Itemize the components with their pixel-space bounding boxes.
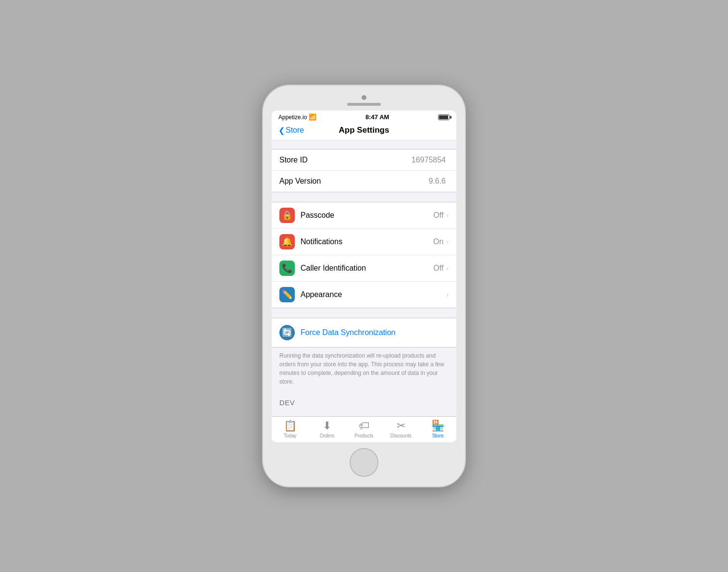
dev-section-header: DEV	[272, 396, 456, 408]
caller-id-value: Off	[433, 264, 443, 273]
store-icon: 🏪	[431, 420, 444, 432]
notifications-label: Notifications	[301, 237, 433, 246]
orders-icon: ⬇	[323, 420, 331, 432]
store-id-row: Store ID 16975854	[272, 149, 456, 171]
status-bar: Appetize.io 📶 8:47 AM	[272, 111, 456, 122]
appearance-row[interactable]: ✏️ Appearance ›	[272, 282, 456, 308]
sync-description: Running the data synchronization will re…	[272, 348, 456, 386]
sync-row[interactable]: 🔄 Force Data Synchronization	[272, 318, 456, 348]
info-section: Store ID 16975854 App Version 9.6.6	[272, 149, 456, 192]
wifi-icon: 📶	[309, 113, 316, 121]
lock-icon: 🔒	[282, 210, 292, 221]
phone-icon: 📞	[282, 263, 292, 274]
passcode-row[interactable]: 🔒 Passcode Off ›	[272, 202, 456, 229]
products-label: Products	[354, 433, 373, 438]
notifications-chevron: ›	[446, 238, 449, 246]
store-id-value: 16975854	[412, 156, 446, 164]
today-label: Today	[284, 433, 297, 438]
notifications-icon-wrap: 🔔	[279, 234, 295, 249]
phone-screen: Appetize.io 📶 8:47 AM ❮ Store App Settin…	[272, 111, 456, 442]
back-label: Store	[286, 126, 304, 135]
today-icon: 📋	[284, 420, 297, 432]
products-icon: 🏷	[359, 420, 369, 432]
sync-icon-wrap: 🔄	[279, 325, 295, 340]
tab-store[interactable]: 🏪 Store	[419, 420, 456, 438]
front-camera	[362, 95, 366, 100]
tab-today[interactable]: 📋 Today	[272, 420, 309, 438]
sync-label: Force Data Synchronization	[301, 328, 395, 337]
bell-icon: 🔔	[282, 236, 292, 247]
status-time: 8:47 AM	[365, 113, 389, 121]
app-version-label: App Version	[279, 177, 428, 186]
status-right	[438, 114, 450, 120]
battery-icon	[438, 114, 450, 120]
notifications-value: On	[433, 237, 443, 246]
settings-section: 🔒 Passcode Off › 🔔 Notifications On ›	[272, 202, 456, 308]
caller-id-label: Caller Identification	[301, 264, 433, 273]
discounts-label: Discounts	[390, 433, 412, 438]
tab-bar: 📋 Today ⬇ Orders 🏷 Products ✂ Discounts …	[272, 416, 456, 442]
discounts-icon: ✂	[397, 420, 405, 432]
passcode-chevron: ›	[446, 211, 449, 219]
orders-label: Orders	[320, 433, 335, 438]
passcode-value: Off	[433, 211, 443, 220]
nav-bar: ❮ Store App Settings	[272, 122, 456, 140]
pen-icon: ✏️	[282, 289, 292, 300]
home-button[interactable]	[350, 448, 378, 477]
passcode-icon-wrap: 🔒	[279, 208, 295, 223]
caller-id-icon-wrap: 📞	[279, 261, 295, 276]
caller-id-chevron: ›	[446, 264, 449, 272]
appearance-label: Appearance	[301, 290, 443, 299]
phone-device: Appetize.io 📶 8:47 AM ❮ Store App Settin…	[263, 86, 465, 486]
appearance-chevron: ›	[446, 291, 449, 298]
caller-id-row[interactable]: 📞 Caller Identification Off ›	[272, 255, 456, 282]
page-title: App Settings	[339, 125, 389, 135]
phone-top-bar	[272, 95, 456, 106]
tab-discounts[interactable]: ✂ Discounts	[382, 420, 419, 438]
sync-section: 🔄 Force Data Synchronization Running the…	[272, 318, 456, 386]
back-button[interactable]: ❮ Store	[278, 126, 304, 135]
speaker	[347, 103, 381, 106]
settings-content: Store ID 16975854 App Version 9.6.6 🔒	[272, 140, 456, 416]
notifications-row[interactable]: 🔔 Notifications On ›	[272, 229, 456, 255]
info-group: Store ID 16975854 App Version 9.6.6	[272, 149, 456, 192]
settings-group: 🔒 Passcode Off › 🔔 Notifications On ›	[272, 202, 456, 308]
appearance-icon-wrap: ✏️	[279, 287, 295, 302]
sync-icon: 🔄	[282, 327, 292, 338]
tab-orders[interactable]: ⬇ Orders	[309, 420, 346, 438]
app-version-value: 9.6.6	[428, 177, 446, 186]
carrier-label: Appetize.io	[278, 114, 307, 121]
status-left: Appetize.io 📶	[278, 113, 316, 121]
chevron-left-icon: ❮	[278, 126, 285, 135]
passcode-label: Passcode	[301, 211, 433, 220]
store-label: Store	[432, 433, 444, 438]
store-id-label: Store ID	[279, 156, 412, 164]
tab-products[interactable]: 🏷 Products	[346, 420, 383, 438]
app-version-row: App Version 9.6.6	[272, 171, 456, 192]
